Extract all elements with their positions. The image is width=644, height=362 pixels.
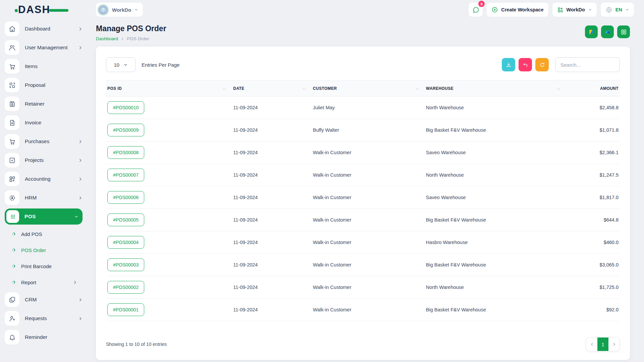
previous-page-button[interactable] (586, 338, 597, 351)
column-header-amount[interactable]: AMOUNT (566, 80, 620, 97)
pos-id-badge[interactable]: #POS00007 (107, 169, 144, 181)
invoice-icon (5, 115, 19, 130)
sidebar-item-crm[interactable]: CRM (5, 290, 83, 309)
sidebar-item-accounting[interactable]: Accounting (5, 170, 83, 188)
sort-icon[interactable]: ↑↓ (416, 86, 419, 90)
google-drive-button[interactable] (585, 25, 598, 38)
column-header-customer[interactable]: CUSTOMER↑↓ (312, 80, 425, 97)
chevron-right-icon (78, 316, 83, 321)
chevron-right-icon (73, 280, 77, 285)
table-row: #POS00001 11-09-2024 Walk-in Customer Bi… (106, 299, 620, 321)
sidebar-item-label: Reminder (25, 334, 83, 340)
sidebar-subitem-pos-order[interactable]: POS Order (5, 242, 83, 258)
globe-icon (605, 6, 612, 13)
workspace-selector[interactable]: WorkDo (96, 3, 143, 17)
bullet-icon (12, 265, 15, 268)
grid-view-button[interactable] (617, 25, 630, 38)
sidebar-item-projects[interactable]: Projects (5, 151, 83, 170)
users-icon (5, 40, 19, 55)
chevron-down-icon (625, 8, 629, 12)
entries-per-page-select[interactable]: 10 (106, 57, 136, 72)
pos-id-badge[interactable]: #POS00005 (107, 214, 144, 226)
sidebar-item-label: CRM (25, 297, 73, 303)
page-head-left: Manage POS Order Dashboard POS Order (96, 24, 166, 41)
workdo-menu-button[interactable]: WorkDo (552, 3, 597, 17)
sidebar-subitem-label: Report (21, 280, 67, 285)
amount-cell: $1,725.0 (566, 276, 620, 299)
language-selector[interactable]: EN (601, 3, 634, 17)
table-row: #POS00003 11-09-2024 Walk-in Customer Bi… (106, 254, 620, 276)
sidebar-item-proposal[interactable]: Proposal (5, 76, 83, 95)
sidebar-subitem-label: Add POS (21, 231, 83, 237)
amount-cell: $1,817.0 (566, 186, 620, 209)
sidebar-item-retainer[interactable]: Retainer (5, 95, 83, 113)
pos-id-badge[interactable]: #POS00010 (107, 101, 144, 114)
card-toolbar: 10 Entries Per Page (106, 57, 620, 72)
sidebar-subitem-label: POS Order (21, 247, 83, 253)
create-workspace-button[interactable]: Create Workspace (487, 3, 548, 17)
pos-id-badge[interactable]: #POS00006 (107, 191, 144, 204)
amount-cell: $1,071.8 (566, 119, 620, 141)
chevron-down-icon (134, 8, 138, 12)
sidebar-item-reminder[interactable]: Reminder (5, 328, 83, 347)
refresh-button[interactable] (535, 58, 549, 71)
copy-box-icon (5, 292, 19, 307)
messages-button[interactable]: 0 (469, 3, 483, 17)
entries-per-page-value: 10 (114, 62, 119, 68)
pos-id-badge[interactable]: #POS00004 (107, 236, 144, 249)
pos-id-badge[interactable]: #POS00002 (107, 281, 144, 294)
column-header-date[interactable]: DATE↑↓ (232, 80, 311, 97)
sidebar-item-hrm[interactable]: HRM (5, 188, 83, 207)
sort-icon[interactable]: ↑↓ (557, 86, 560, 90)
sidebar-item-pos[interactable]: POS (5, 208, 83, 225)
sort-icon[interactable]: ↑↓ (223, 86, 226, 90)
google-drive-icon (588, 29, 595, 35)
sidebar-item-label: Accounting (25, 176, 73, 182)
bullet-icon (12, 249, 15, 252)
bullet-icon (12, 281, 15, 284)
main-column: WorkDo 0 Create Workspace WorkDo (87, 0, 644, 362)
topbar: WorkDo 0 Create Workspace WorkDo (87, 0, 644, 19)
sidebar-item-requests[interactable]: Requests (5, 309, 83, 328)
chevron-down-icon (588, 8, 592, 12)
sidebar-item-label: Projects (25, 157, 73, 163)
pos-id-badge[interactable]: #POS00001 (107, 303, 144, 316)
breadcrumb: Dashboard POS Order (96, 36, 166, 41)
sidebar-item-invoice[interactable]: Invoice (5, 113, 83, 132)
logo-accent-dot (15, 9, 18, 12)
sort-icon[interactable]: ↑↓ (303, 86, 306, 90)
workspace-name: WorkDo (112, 7, 131, 13)
page-number-button[interactable]: 1 (597, 338, 608, 351)
pos-id-badge[interactable]: #POS00009 (107, 124, 144, 136)
column-header-warehouse[interactable]: WAREHOUSE↑↓ (425, 80, 566, 97)
breadcrumb-dashboard-link[interactable]: Dashboard (96, 36, 118, 41)
pos-order-table: POS ID↑↓ DATE↑↓ CUSTOMER↑↓ WAREHOUSE↑↓ (106, 80, 620, 321)
sidebar-item-user-management[interactable]: User Management (5, 38, 83, 57)
user-plus-icon (5, 311, 19, 326)
sidebar-item-purchases[interactable]: Purchases (5, 132, 83, 151)
sidebar-subitem-report[interactable]: Report (5, 274, 83, 290)
entries-per-page-label: Entries Per Page (142, 62, 179, 68)
back-button[interactable] (519, 58, 532, 71)
customer-cell: Walk-in Customer (312, 164, 425, 186)
onedrive-button[interactable] (601, 25, 614, 38)
table-row: #POS00009 11-09-2024 Buffy Walter Big Ba… (106, 119, 620, 141)
table-row: #POS00010 11-09-2024 Juliet May North Wa… (106, 97, 620, 119)
next-page-button[interactable] (608, 338, 620, 351)
sidebar-item-dashboard[interactable]: Dashboard (5, 19, 83, 38)
toolbar-right (502, 57, 620, 72)
pos-id-badge[interactable]: #POS00008 (107, 146, 144, 159)
export-button[interactable] (502, 58, 515, 71)
sidebar-subitem-add-pos[interactable]: Add POS (5, 226, 83, 242)
pagination: 1 (586, 337, 620, 351)
sidebar-subitem-print-barcode[interactable]: Print Barcode (5, 258, 83, 274)
dots-grid-icon (6, 210, 19, 223)
warehouse-cell: North Warehouse (425, 276, 566, 299)
chevron-right-icon (78, 177, 83, 181)
sidebar-item-label: Dashboard (25, 26, 73, 32)
search-input[interactable] (555, 57, 620, 72)
column-header-pos-id[interactable]: POS ID↑↓ (106, 80, 232, 97)
sidebar-item-items[interactable]: Items (5, 57, 83, 76)
grid-icon (621, 29, 627, 35)
pos-id-badge[interactable]: #POS00003 (107, 258, 144, 271)
